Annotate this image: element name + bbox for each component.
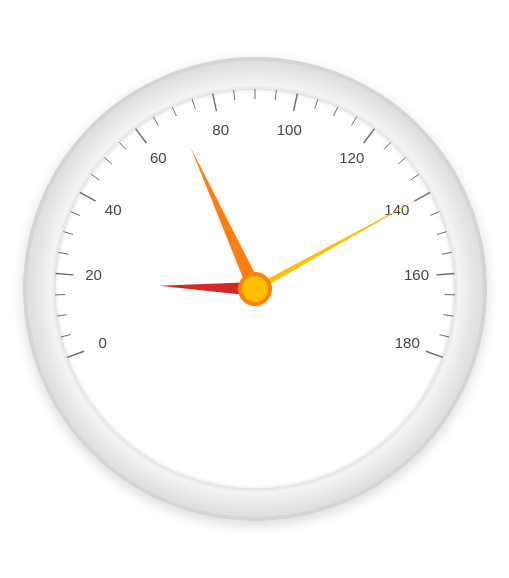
tick-label: 0 — [99, 334, 107, 351]
gauge-chart: 020406080100120140160180 — [0, 0, 509, 578]
tick-label: 60 — [150, 149, 167, 166]
tick-label: 100 — [277, 121, 302, 138]
tick-label: 180 — [395, 334, 420, 351]
gauge-cap — [238, 272, 272, 306]
tick-label: 160 — [404, 266, 429, 283]
tick-label: 20 — [85, 266, 102, 283]
tick-label: 80 — [212, 121, 229, 138]
tick-label: 120 — [339, 149, 364, 166]
gauge-svg: 020406080100120140160180 — [0, 0, 509, 578]
cap-inner — [242, 276, 268, 302]
tick-label: 40 — [105, 201, 122, 218]
